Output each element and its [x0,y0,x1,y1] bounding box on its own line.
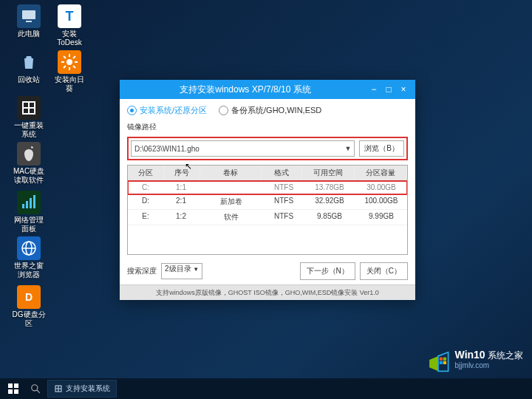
desktop-icon-thispc[interactable]: 此电脑 [11,4,47,38]
svg-line-32 [37,390,40,393]
svg-line-7 [64,56,66,58]
desktop-icon-sunflower[interactable]: 安装向日葵 [52,50,87,93]
win10-logo-icon [426,347,451,372]
svg-rect-0 [22,10,35,19]
desktop-icon-macdisk[interactable]: MAC硬盘读取软件 [11,142,47,185]
svg-point-2 [66,59,72,65]
table-header: 分区 序号 卷标 格式 可用空间 分区容量 [128,166,407,181]
search-depth-label: 搜索深度 [127,266,157,276]
desktop-icon-browser[interactable]: 世界之窗浏览器 [11,236,47,279]
mode-radios: 安装系统/还原分区 备份系统/GHO,WIN,ESD [127,105,408,116]
partition-table: 分区 序号 卷标 格式 可用空间 分区容量 C:1:1NTFS13.78GB30… [127,165,408,255]
minimize-button[interactable]: − [366,84,381,95]
svg-rect-26 [443,361,446,364]
desktop-icon-recyclebin[interactable]: 回收站 [11,50,47,84]
radio-backup[interactable]: 备份系统/GHO,WIN,ESD [219,105,321,116]
svg-rect-16 [30,198,32,208]
next-button[interactable]: 下一步（N） [300,262,355,280]
svg-rect-25 [439,361,442,364]
svg-rect-1 [26,21,32,22]
status-bar: 支持windows原版镜像，GHOST ISO镜像，GHO,WIM,ESD镜像安… [120,284,415,300]
svg-rect-14 [22,204,24,208]
desktop-icon-todesk[interactable]: T安装ToDesk [52,4,87,47]
chevron-down-icon: ▼ [344,145,351,152]
browse-button[interactable]: 浏览（B） [359,140,404,157]
path-label: 镜像路径 [127,122,408,132]
taskbar: 支持安装系统 [0,378,532,399]
titlebar[interactable]: 支持安装windows XP/7/8/10 系统 − □ × [120,80,415,99]
svg-rect-30 [14,389,18,394]
svg-point-31 [32,385,38,391]
svg-line-10 [73,56,75,58]
maximize-button[interactable]: □ [381,84,396,95]
svg-rect-29 [8,389,13,394]
table-row[interactable]: E:1:2软件NTFS9.85GB9.99GB [128,210,407,225]
svg-rect-27 [8,383,13,388]
svg-rect-24 [443,358,446,361]
svg-line-8 [73,66,75,68]
svg-line-9 [64,66,66,68]
path-highlight: D:\0623\WIN11.gho ▼ 浏览（B） [127,137,408,160]
taskbar-item-installer[interactable]: 支持安装系统 [47,380,117,398]
desktop-icon-reinstall[interactable]: 一键重装系统 [11,96,47,139]
svg-rect-15 [26,201,28,208]
svg-rect-17 [33,195,35,208]
desktop-icon-dg[interactable]: DDG硬盘分区 [11,285,47,328]
table-row[interactable]: D:2:1新加卷NTFS32.92GB100.00GB [128,194,407,210]
grid-icon [54,384,63,393]
close-window-button[interactable]: 关闭（C） [360,262,408,280]
path-value: D:\0623\WIN11.gho [134,145,200,153]
search-icon[interactable] [27,380,44,398]
svg-marker-21 [429,356,438,371]
table-row[interactable]: C:1:1NTFS13.78GB30.00GB [128,181,407,194]
svg-rect-28 [14,383,18,388]
watermark: Win10 系统之家 bjjmlv.com [426,347,523,372]
desktop-icon-network[interactable]: 网络管理面板 [11,191,47,233]
radio-install[interactable]: 安装系统/还原分区 [127,105,207,116]
search-depth-select[interactable]: 2级目录 ▼ [161,263,202,279]
chevron-down-icon: ▼ [193,266,199,273]
start-button[interactable] [3,380,24,398]
svg-rect-23 [439,358,442,361]
desktop: 此电脑 T安装ToDesk 回收站 安装向日葵 一键重装系统 MAC硬盘读取软件… [0,0,532,399]
window-title: 支持安装windows XP/7/8/10 系统 [124,83,366,96]
close-button[interactable]: × [396,84,411,95]
path-dropdown[interactable]: D:\0623\WIN11.gho ▼ [131,140,355,157]
footer-row: 搜索深度 2级目录 ▼ 下一步（N） 关闭（C） [127,259,408,280]
installer-window: 支持安装windows XP/7/8/10 系统 − □ × 安装系统/还原分区… [120,80,415,300]
